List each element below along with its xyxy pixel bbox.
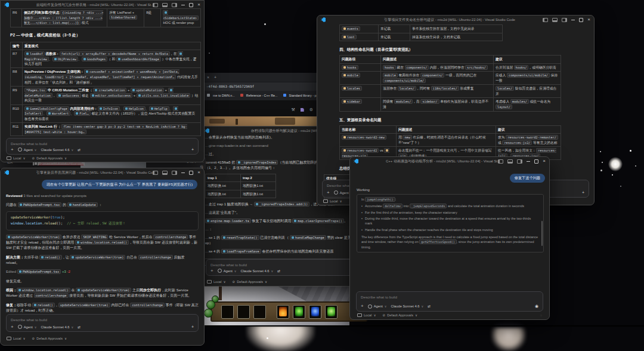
toggle-secondary-sidebar-icon[interactable] <box>517 159 522 164</box>
maximize-button[interactable] <box>189 171 193 175</box>
toggle-panel-icon[interactable] <box>507 159 513 164</box>
model-selector[interactable]: Claude Sonnet 4.6∨ <box>41 148 74 152</box>
chat-input[interactable]: Describe what to build + Agent∨ Claude S… <box>356 291 543 312</box>
send-button[interactable]: + <box>191 325 194 329</box>
close-button[interactable]: × <box>197 1 200 9</box>
approvals-selector[interactable]: ⊘Default Approvals∨ <box>382 313 417 317</box>
model-selector[interactable]: Claude Sonnet 4.6∨ <box>41 325 74 329</box>
hotbar-slot[interactable] <box>277 305 289 319</box>
wrench-icon[interactable]: ⚒ <box>291 107 295 112</box>
gear-icon[interactable]: ⚙ <box>309 107 313 112</box>
local-selector[interactable]: Local∨ <box>207 280 225 284</box>
agent-selector[interactable]: Agent∨ <box>18 325 37 329</box>
toggle-secondary-sidebar-icon[interactable] <box>172 171 177 175</box>
attach-button[interactable]: + <box>210 269 213 273</box>
toggle-primary-sidebar-icon[interactable] <box>153 171 158 175</box>
minimize-button[interactable] <box>571 20 575 20</box>
vscode-logo-icon <box>321 17 326 22</box>
attach-button[interactable]: + <box>11 148 14 152</box>
bookmark-item[interactable]: Standard library - p... <box>283 94 319 97</box>
tools-toggle-icon[interactable]: ⇄ <box>277 269 280 273</box>
attach-button[interactable]: + <box>361 304 364 308</box>
flame-skill-icon <box>279 307 287 316</box>
toggle-panel-icon[interactable] <box>162 171 168 175</box>
save-icon[interactable] <box>301 108 304 112</box>
toggle-primary-sidebar-icon[interactable] <box>153 3 158 7</box>
titlebar[interactable]: C++ 动画播放与移动顺序分析 - miu2d [WSL: Ubuntu-22.… <box>350 157 549 165</box>
tab-close-icon[interactable]: × <box>207 75 209 79</box>
hotbar-slot[interactable] <box>221 305 234 319</box>
agent-status-text: Reviewed 3 files and searched for update… <box>6 193 199 199</box>
minimize-button[interactable] <box>181 173 185 173</box>
bookmark-item[interactable]: Reference - C++ Re... <box>240 94 278 97</box>
tools-toggle-icon[interactable]: ⇄ <box>78 325 80 329</box>
table-row: R6 侧边栏列表加载/空状态 {isLoading ? <div ...>加载中… <box>11 9 201 27</box>
model-selector[interactable]: Claude Sonnet 4.6∨ <box>391 304 424 308</box>
table-row: R7loadAsf 函数体：fetch(url) + arrayBuffer +… <box>11 50 201 68</box>
send-button[interactable]: + <box>191 147 194 152</box>
approvals-selector[interactable]: ⊘Default Approvals∨ <box>32 337 67 340</box>
model-selector[interactable]: Claude Sonnet 4.6∨ <box>241 269 274 273</box>
local-selector[interactable]: Local∨ <box>357 313 376 317</box>
trap-table: trap 1trap 2 地图切换.txt地图切换1.txt 地图切换.txt地… <box>205 174 276 198</box>
toggle-secondary-sidebar-icon[interactable] <box>172 3 177 7</box>
chat-text: …se 1 的 resetTrapState() 已清空忽略列表（ handle… <box>205 235 363 246</box>
section-heading: P2 — 中价值，模式高度相似（3~5 处） <box>10 32 201 38</box>
maximize-button[interactable] <box>579 18 583 22</box>
table-row: 地图切换.txt地图切换1.txt <box>206 190 276 198</box>
chat-input[interactable]: Describe what to build + Agent∨ Claude S… <box>6 314 199 332</box>
code-block: updateServiceWorker(true); window.locati… <box>6 211 199 230</box>
scrollbar-thumb[interactable] <box>541 221 543 246</box>
titlebar[interactable]: 前端组件复杂性与冗余分析表格 - miu2d [WSL: Ubuntu-22.0… <box>1 1 204 9</box>
agent-selector[interactable]: Agent∨ <box>18 147 37 152</box>
maximize-button[interactable] <box>534 159 538 164</box>
orb-button[interactable] <box>206 300 215 309</box>
maximize-button[interactable] <box>189 3 193 7</box>
toggle-primary-sidebar-icon[interactable] <box>498 159 503 164</box>
hotbar-slot[interactable] <box>325 305 338 319</box>
bookmark-item[interactable]: me to DWN.n... <box>207 94 235 97</box>
agent-thinking-block[interactable]: In jumpAlongPath(): •Accumulate deltaTim… <box>357 194 544 253</box>
window-title: 前端组件复杂性与冗余分析表格 - miu2d [WSL: Ubuntu-22.0… <box>36 2 156 8</box>
edited-file-note[interactable]: Edited PWAUpdatePrompt.tsx +3 -2 <box>6 269 199 275</box>
titlebar[interactable]: 引擎项目文件夹命名分析与建议 - miu2d [WSL: Ubuntu-22.0… <box>317 16 594 24</box>
agent-selector[interactable]: Agent∨ <box>368 304 387 309</box>
hotbar-slot[interactable] <box>293 305 305 319</box>
new-tab-button[interactable]: + <box>214 75 216 79</box>
titlebar[interactable]: 引擎更新后界面黑屏问题 - miu2d [WSL: Ubuntu-22.04] … <box>1 168 204 177</box>
approvals-selector[interactable]: ⊘Default Approvals∨ <box>232 280 267 284</box>
voice-record-button[interactable]: ◉ <box>535 304 538 309</box>
star-dot <box>602 162 603 163</box>
toggle-primary-sidebar-icon[interactable] <box>543 18 548 22</box>
attach-button[interactable]: + <box>11 325 14 329</box>
toggle-secondary-sidebar-icon[interactable] <box>562 18 567 22</box>
close-button[interactable]: × <box>197 168 200 177</box>
chat-placeholder: Describe what to build <box>7 315 198 322</box>
attach-button[interactable]: + <box>327 191 330 195</box>
tools-toggle-icon[interactable]: ⇄ <box>78 148 80 152</box>
favicon <box>240 94 243 97</box>
close-button[interactable]: × <box>543 157 546 165</box>
chat-footer: Local∨ ⊘Default Approvals∨ <box>7 156 67 160</box>
hotbar-slot[interactable] <box>253 305 266 319</box>
local-selector[interactable]: Local∨ <box>323 199 342 203</box>
approvals-selector[interactable]: ⊘Default Approvals∨ <box>32 156 67 160</box>
local-selector[interactable]: Local∨ <box>7 337 25 340</box>
agent-selector[interactable]: Agent∨ <box>218 269 237 273</box>
send-button[interactable]: + <box>582 190 584 195</box>
chat-text: 修复：移除手动 reload()，updateServiceWorker(tru… <box>6 303 199 314</box>
hotbar-slot[interactable] <box>237 305 250 319</box>
local-selector[interactable]: Local∨ <box>7 156 25 160</box>
toggle-panel-icon[interactable] <box>552 18 558 22</box>
close-button[interactable]: × <box>587 16 590 24</box>
game-toolbar: ⚒ ⚙ <box>291 107 313 112</box>
minimize-button[interactable] <box>181 5 185 5</box>
star-dot <box>600 170 602 171</box>
chat-input[interactable]: Describe what to build + Agent∨ Claude S… <box>6 138 199 155</box>
toggle-panel-icon[interactable] <box>162 3 168 7</box>
agent-icon <box>18 147 22 152</box>
tools-toggle-icon[interactable]: ⇄ <box>428 304 431 308</box>
hotbar-slot[interactable] <box>309 305 321 319</box>
orb-button[interactable] <box>204 309 213 318</box>
minimize-button[interactable] <box>527 161 530 162</box>
